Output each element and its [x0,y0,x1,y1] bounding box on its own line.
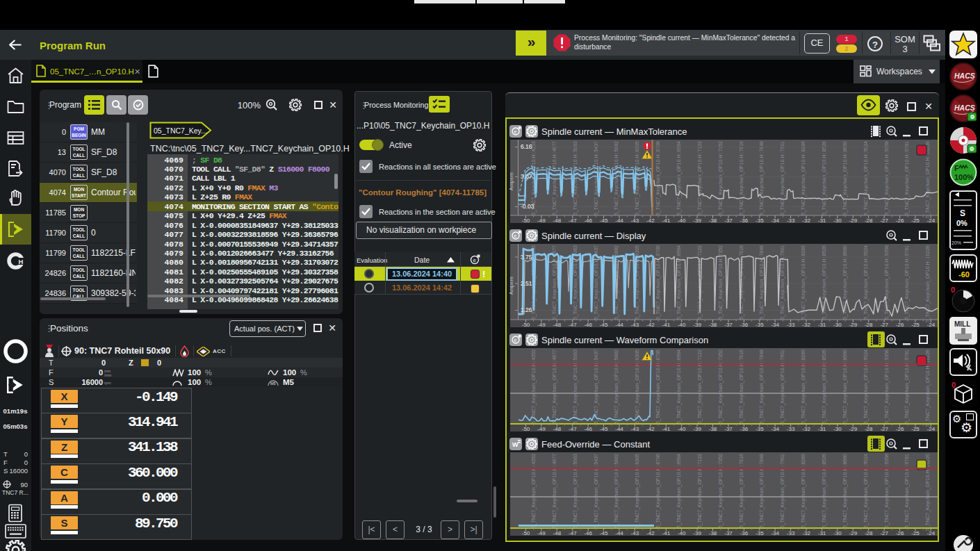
svg-text:5_TNC7_Keychain_OP10.H::8289: 5_TNC7_Keychain_OP10.H::8289 [801,349,806,424]
svg-text:MILL: MILL [954,320,970,328]
svg-text:5_TNC7_Keychain_OP10.H::8660: 5_TNC7_Keychain_OP10.H::8660 [842,141,848,215]
svg-text:6.16: 6.16 [521,143,532,150]
svg-text:5_TNC7_Keychain_OP10.H::5437: 5_TNC7_Keychain_OP10.H::5437 [594,454,599,528]
svg-text:-43: -43 [631,426,639,432]
svg-text:-42: -42 [646,530,655,536]
svg-text:-33: -33 [787,217,795,224]
svg-text:-30: -30 [833,322,842,328]
svg-text:-31: -31 [818,217,826,224]
svg-text:5_TNC7_Keychain_OP10.H::7848: 5_TNC7_Keychain_OP10.H::7848 [759,454,765,528]
svg-text:-50: -50 [522,322,530,328]
svg-text:-42: -42 [646,426,655,432]
svg-text:-49: -49 [537,322,546,328]
svg-text:5_TNC7_Keychain_OP10.H::8289: 5_TNC7_Keychain_OP10.H::8289 [801,141,806,215]
svg-text:Feed-Override — Constant: Feed-Override — Constant [541,439,650,450]
svg-text:-48: -48 [553,426,562,432]
svg-text:-46: -46 [584,530,592,536]
svg-text:-37: -37 [724,426,733,432]
svg-text:-43: -43 [631,322,639,328]
svg-text:5_TNC7_Keychain_OP10.H::9358: 5_TNC7_Keychain_OP10.H::9358 [884,141,890,215]
svg-text:5_TNC7_Keychain_OP10.H::7901: 5_TNC7_Keychain_OP10.H::7901 [780,245,785,320]
svg-text:-24: -24 [927,426,936,432]
svg-text:5_TNC7_Keychain_OP10.H::8660: 5_TNC7_Keychain_OP10.H::8660 [842,454,848,528]
svg-text:e: e [514,233,517,238]
svg-text:-41: -41 [662,426,671,432]
svg-text:5_TNC7_Keychain_OP10.H::8526: 5_TNC7_Keychain_OP10.H::8526 [822,454,827,528]
svg-text:-40: -40 [678,217,686,224]
svg-text:HACS: HACS [954,104,975,112]
svg-text:-45: -45 [600,217,608,224]
svg-text:5_TNC7_Keychain_OP10.H::5882: 5_TNC7_Keychain_OP10.H::5882 [614,141,619,215]
svg-text:Ampere: Ampere [508,172,514,190]
svg-text:-34: -34 [771,322,779,328]
svg-text:5_TNC7_Keychain_OP10.H::6706: 5_TNC7_Keychain_OP10.H::6706 [655,349,661,424]
svg-text:5_TNC7_Keychain_OP10.H::7352: 5_TNC7_Keychain_OP10.H::7352 [718,349,724,424]
svg-text:-27: -27 [880,530,888,536]
svg-text:-34: -34 [771,426,779,432]
svg-text:H: H [19,258,24,265]
svg-text:5_TNC7_Keychain_OP10.H::5882: 5_TNC7_Keychain_OP10.H::5882 [614,349,619,424]
svg-text:Spindle current — Display: Spindle current — Display [541,231,646,241]
svg-text:-32: -32 [802,426,810,432]
svg-text:-25: -25 [911,322,920,328]
svg-text:-29: -29 [849,217,858,224]
svg-text:-30: -30 [833,217,842,224]
svg-text:-25: -25 [911,217,920,224]
svg-text:-49: -49 [537,530,546,536]
svg-text:-39: -39 [693,426,701,432]
svg-text:-36: -36 [740,426,749,432]
svg-text:-29: -29 [849,530,858,536]
svg-text:-43: -43 [631,530,639,536]
svg-text:-28: -28 [865,322,873,328]
svg-text:-32: -32 [802,217,810,224]
svg-text:-48: -48 [553,322,562,328]
svg-text:W: W [512,441,518,448]
svg-text:5_TNC7_Keychain_OP10.H::8289: 5_TNC7_Keychain_OP10.H::8289 [801,454,806,528]
svg-text:HACS: HACS [954,72,975,80]
svg-text:5_TNC7_Keychain_OP10.H::7616: 5_TNC7_Keychain_OP10.H::7616 [739,454,744,528]
svg-text:-41: -41 [662,530,671,536]
svg-text:-36: -36 [740,530,749,536]
svg-text:-48: -48 [553,217,562,224]
svg-text:-30: -30 [833,426,842,432]
svg-text:-39: -39 [693,530,701,536]
svg-text:5_TNC7_Keychain_OP10.H::7901: 5_TNC7_Keychain_OP10.H::7901 [780,454,785,528]
svg-text:-34: -34 [771,530,779,536]
svg-text:-48: -48 [553,530,562,536]
svg-text:-35: -35 [756,426,764,432]
svg-text:-35: -35 [756,530,764,536]
svg-text:-25: -25 [911,530,920,536]
svg-text:-39: -39 [693,322,701,328]
svg-text:-49: -49 [537,426,546,432]
svg-text:-47: -47 [569,426,577,432]
svg-text:-39: -39 [693,217,701,224]
svg-text:-29: -29 [849,322,858,328]
svg-text:-35: -35 [756,217,764,224]
svg-text:5_TNC7_Keychain_OP10.H::9781: 5_TNC7_Keychain_OP10.H::9781 [904,349,910,424]
svg-text:-47: -47 [569,322,577,328]
svg-text:-60: -60 [958,270,970,279]
svg-text:5_TNC7_Keychain_OP10.H::6305: 5_TNC7_Keychain_OP10.H::6305 [635,454,640,528]
svg-text:-50: -50 [522,530,530,536]
svg-text:5_TNC7_Keychain_OP10.H::6305: 5_TNC7_Keychain_OP10.H::6305 [635,349,640,424]
svg-text:5_TNC7_Keychain_OP10.H::8526: 5_TNC7_Keychain_OP10.H::8526 [822,349,827,424]
svg-text:-44: -44 [615,426,623,432]
svg-text:5_TNC7_Keychain_OP10.H::6706: 5_TNC7_Keychain_OP10.H::6706 [655,141,661,215]
svg-text:Ampere: Ampere [508,277,514,295]
svg-text:5_TNC7_Keychain_OP10.H::9781: 5_TNC7_Keychain_OP10.H::9781 [904,141,910,215]
svg-text:3.07: 3.07 [521,173,532,180]
svg-text:5_TNC7_Keychain_OP10.H::8660: 5_TNC7_Keychain_OP10.H::8660 [842,349,848,424]
svg-text:-47: -47 [569,217,577,224]
svg-text:-45: -45 [600,426,608,432]
svg-text:5_TNC7_Keychain_OP10.H::8289: 5_TNC7_Keychain_OP10.H::8289 [801,245,806,320]
svg-text:-33: -33 [787,322,795,328]
svg-text:-45: -45 [600,322,608,328]
svg-text:5_TNC7_Keychain_OP10.H::9781: 5_TNC7_Keychain_OP10.H::9781 [904,454,910,528]
svg-text:5_TNC7_Keychain_OP10.H::6964: 5_TNC7_Keychain_OP10.H::6964 [676,454,682,528]
svg-text:-27: -27 [880,322,888,328]
svg-text:-28: -28 [865,426,873,432]
svg-text:-44: -44 [615,217,623,224]
svg-text:-32: -32 [802,530,810,536]
svg-text:3.75: 3.75 [521,254,532,261]
svg-text:5_TNC7_Keychain_OP10.H::4677: 5_TNC7_Keychain_OP10.H::4677 [552,349,557,424]
